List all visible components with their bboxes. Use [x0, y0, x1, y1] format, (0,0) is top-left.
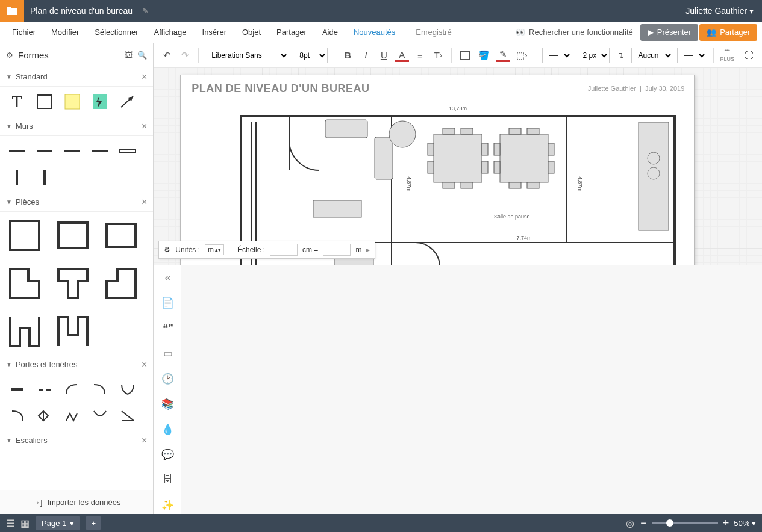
- shape-room-3[interactable]: [102, 217, 140, 254]
- underline-button[interactable]: U: [376, 47, 391, 64]
- menu-selectionner[interactable]: Sélectionner: [87, 24, 145, 40]
- section-doors[interactable]: ▼ Portes et fenêtres ×: [0, 355, 153, 374]
- home-folder-button[interactable]: [0, 0, 24, 22]
- border-color-button[interactable]: ✎: [496, 49, 510, 62]
- italic-button[interactable]: I: [358, 47, 373, 64]
- menu-objet[interactable]: Objet: [235, 24, 268, 40]
- font-select[interactable]: Liberation Sans: [205, 48, 289, 63]
- section-walls[interactable]: ▼ Murs ×: [0, 117, 153, 136]
- shape-wall-v2[interactable]: [34, 167, 55, 188]
- shape-wall-3[interactable]: [61, 141, 83, 161]
- close-icon[interactable]: ×: [142, 72, 147, 82]
- shape-door-3[interactable]: [61, 379, 83, 400]
- undo-button[interactable]: ↶: [160, 47, 174, 64]
- fullscreen-button[interactable]: ⛶: [742, 47, 756, 64]
- line-style-select[interactable]: ───: [542, 48, 572, 63]
- collapse-dock-button[interactable]: «: [159, 268, 177, 286]
- gear-icon[interactable]: ⚙: [164, 246, 170, 254]
- shape-wall-v1[interactable]: [6, 167, 28, 188]
- outline-view-icon[interactable]: ☰: [6, 518, 14, 529]
- present-button[interactable]: ▶ Présenter: [640, 24, 698, 41]
- fill-color-button[interactable]: 🪣: [476, 47, 492, 64]
- comments-icon[interactable]: ❝❞: [159, 319, 177, 337]
- rename-icon[interactable]: ✎: [142, 7, 149, 16]
- shape-door-8[interactable]: [61, 406, 83, 426]
- redo-button[interactable]: ↷: [178, 47, 192, 64]
- align-button[interactable]: ≡: [413, 47, 427, 64]
- zoom-value[interactable]: 50% ▾: [734, 519, 756, 528]
- feature-search[interactable]: 👀 Rechercher une fonctionnalité: [510, 28, 639, 37]
- shape-room-U2[interactable]: [54, 313, 92, 350]
- shape-fill-button[interactable]: [458, 47, 472, 64]
- magic-icon[interactable]: ✨: [159, 496, 177, 514]
- chat-icon[interactable]: 💬: [159, 445, 177, 463]
- import-data-button[interactable]: →] Importer les données: [0, 490, 153, 514]
- history-icon[interactable]: 🕑: [159, 370, 177, 388]
- image-icon[interactable]: 🖼: [125, 51, 133, 60]
- menu-fichier[interactable]: Fichier: [5, 24, 43, 40]
- share-button[interactable]: 👥 Partager: [699, 24, 757, 41]
- shape-room-L2[interactable]: [102, 265, 140, 302]
- close-icon[interactable]: ×: [142, 435, 147, 446]
- close-icon[interactable]: ×: [142, 197, 147, 208]
- shape-text[interactable]: T: [6, 91, 28, 112]
- line-width-select[interactable]: 2 px: [576, 48, 610, 63]
- present-panel-icon[interactable]: ▭: [159, 344, 177, 362]
- menu-affichage[interactable]: Affichage: [147, 24, 194, 40]
- section-stairs[interactable]: ▼ Escaliers ×: [0, 431, 153, 450]
- grid-view-icon[interactable]: ▦: [20, 518, 30, 529]
- zoom-out-button[interactable]: −: [640, 517, 647, 530]
- data-icon[interactable]: 🗄: [159, 471, 177, 489]
- units-select[interactable]: m ▴▾: [205, 244, 224, 255]
- add-page-button[interactable]: +: [86, 516, 101, 530]
- close-icon[interactable]: ×: [142, 121, 147, 132]
- shape-room-U1[interactable]: [6, 313, 43, 350]
- shape-room-T[interactable]: [54, 265, 92, 302]
- doc-settings-icon[interactable]: 📄: [159, 294, 177, 312]
- zoom-slider[interactable]: [652, 522, 718, 524]
- shape-door-2[interactable]: [34, 379, 55, 400]
- text-color-button[interactable]: A: [395, 49, 409, 62]
- shape-door-5[interactable]: [117, 379, 139, 400]
- shape-wall-4[interactable]: [89, 141, 111, 161]
- document-title[interactable]: Plan de niveau d'un bureau: [24, 6, 139, 16]
- shape-wall-2[interactable]: [34, 141, 55, 161]
- chevron-right-icon[interactable]: ▸: [366, 246, 370, 254]
- menu-inserer[interactable]: Insérer: [195, 24, 234, 40]
- text-options-button[interactable]: T›: [431, 47, 445, 64]
- shape-note[interactable]: [61, 91, 83, 112]
- layers-icon[interactable]: 📚: [159, 395, 177, 413]
- menu-partager[interactable]: Partager: [269, 24, 314, 40]
- shape-rect[interactable]: [34, 91, 55, 112]
- scale-m-input[interactable]: [323, 244, 351, 256]
- shape-door-4[interactable]: [89, 379, 111, 400]
- shape-room-1[interactable]: [6, 217, 43, 254]
- menu-modifier[interactable]: Modifier: [44, 24, 86, 40]
- menu-nouveautes[interactable]: Nouveautés: [346, 24, 402, 40]
- shape-hotspot[interactable]: [89, 91, 111, 112]
- shape-door-10[interactable]: [117, 406, 139, 426]
- line-end-select[interactable]: ──▶: [677, 48, 707, 63]
- line-path-button[interactable]: ↴: [613, 47, 628, 64]
- page-tab[interactable]: Page 1 ▾: [36, 516, 80, 530]
- shape-room-2[interactable]: [54, 217, 92, 254]
- more-tools-button[interactable]: •••PLUS: [720, 47, 734, 63]
- shape-options-button[interactable]: ⬚›: [514, 47, 529, 64]
- user-menu[interactable]: Juliette Gauthier ▾: [677, 6, 762, 16]
- menu-aide[interactable]: Aide: [315, 24, 345, 40]
- shape-door-1[interactable]: [6, 379, 28, 400]
- accessibility-icon[interactable]: ◎: [626, 518, 634, 529]
- shape-room-L1[interactable]: [6, 265, 43, 302]
- shape-door-7[interactable]: [34, 406, 55, 426]
- canvas[interactable]: PLAN DE NIVEAU D'UN BUREAU Juliette Gaut…: [154, 67, 762, 265]
- fontsize-select[interactable]: 8pt: [293, 48, 328, 63]
- shape-door-6[interactable]: [6, 406, 28, 426]
- shape-wall-1[interactable]: [6, 141, 28, 161]
- bold-button[interactable]: B: [340, 47, 355, 64]
- zoom-in-button[interactable]: +: [723, 517, 729, 530]
- section-rooms[interactable]: ▼ Pièces ×: [0, 193, 153, 212]
- section-standard[interactable]: ▼ Standard ×: [0, 67, 153, 87]
- theme-icon[interactable]: 💧: [159, 420, 177, 438]
- search-icon[interactable]: 🔍: [137, 51, 147, 60]
- shape-wall-5[interactable]: [117, 141, 139, 161]
